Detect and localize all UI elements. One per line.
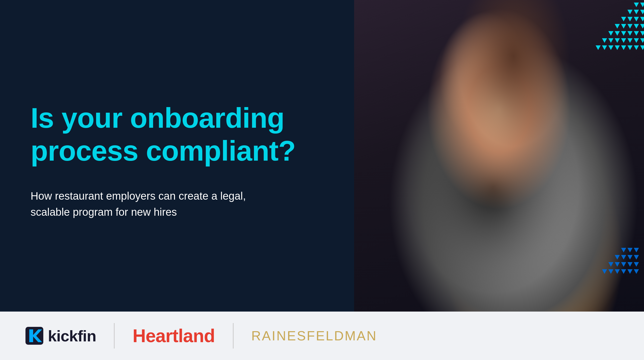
subheading: How restaurant employers can create a le… (31, 188, 260, 220)
svg-marker-30 (615, 45, 620, 50)
svg-marker-18 (634, 31, 639, 36)
svg-marker-13 (640, 24, 644, 29)
svg-marker-16 (621, 31, 626, 36)
svg-marker-42 (608, 262, 613, 267)
rainesfeldman-label: RAINESFELDMAN (251, 328, 377, 343)
svg-marker-12 (634, 24, 639, 29)
svg-marker-48 (608, 269, 613, 274)
svg-marker-33 (634, 45, 639, 50)
svg-marker-31 (621, 45, 626, 50)
right-panel (354, 0, 644, 312)
svg-marker-21 (608, 38, 613, 43)
svg-marker-28 (602, 45, 607, 50)
heartland-logo: Heartland (132, 325, 215, 346)
svg-marker-35 (621, 248, 626, 252)
svg-marker-19 (640, 31, 644, 36)
svg-marker-52 (634, 269, 639, 274)
svg-marker-7 (634, 17, 639, 21)
svg-marker-49 (615, 269, 620, 274)
left-panel: Is your onboarding process compliant? Ho… (0, 0, 354, 312)
kickfin-label: kickfin (48, 327, 96, 345)
svg-marker-39 (621, 255, 626, 260)
svg-marker-25 (634, 38, 639, 43)
svg-marker-20 (602, 38, 607, 43)
decorative-triangles-top (573, 0, 644, 71)
kickfin-icon (25, 327, 43, 345)
svg-marker-24 (627, 38, 633, 43)
svg-marker-15 (615, 31, 620, 36)
svg-marker-40 (627, 255, 633, 260)
page: Is your onboarding process compliant? Ho… (0, 0, 644, 360)
svg-marker-41 (634, 255, 639, 260)
svg-marker-11 (627, 24, 633, 29)
svg-marker-44 (621, 262, 626, 267)
svg-marker-9 (615, 24, 620, 29)
svg-marker-6 (627, 17, 633, 21)
svg-marker-23 (621, 38, 626, 43)
svg-marker-0 (634, 3, 639, 7)
svg-marker-8 (640, 17, 644, 21)
svg-marker-51 (627, 269, 633, 274)
svg-marker-43 (615, 262, 620, 267)
svg-marker-47 (602, 269, 607, 274)
svg-marker-22 (615, 38, 620, 43)
decorative-triangles-bottom (591, 245, 641, 286)
svg-marker-4 (640, 10, 644, 14)
svg-marker-2 (627, 10, 633, 14)
svg-marker-45 (627, 262, 633, 267)
svg-marker-38 (615, 255, 620, 260)
svg-marker-46 (634, 262, 639, 267)
divider-2 (233, 323, 234, 349)
svg-marker-3 (634, 10, 639, 14)
divider-1 (114, 323, 115, 349)
svg-marker-14 (608, 31, 613, 36)
svg-marker-36 (627, 248, 633, 252)
svg-marker-32 (627, 45, 633, 50)
svg-marker-29 (608, 45, 613, 50)
svg-marker-5 (621, 17, 626, 21)
svg-marker-37 (634, 248, 639, 252)
svg-marker-34 (640, 45, 644, 50)
main-content: Is your onboarding process compliant? Ho… (0, 0, 644, 312)
svg-marker-27 (596, 45, 601, 50)
svg-marker-26 (640, 38, 644, 43)
rainesfeldman-logo: RAINESFELDMAN (251, 328, 377, 343)
svg-marker-1 (640, 3, 644, 7)
footer: kickfin Heartland RAINESFELDMAN (0, 312, 644, 360)
svg-marker-10 (621, 24, 626, 29)
kickfin-logo: kickfin (25, 327, 96, 345)
heartland-label: Heartland (132, 326, 215, 346)
main-heading: Is your onboarding process compliant? (31, 102, 329, 168)
svg-marker-50 (621, 269, 626, 274)
svg-marker-17 (627, 31, 633, 36)
